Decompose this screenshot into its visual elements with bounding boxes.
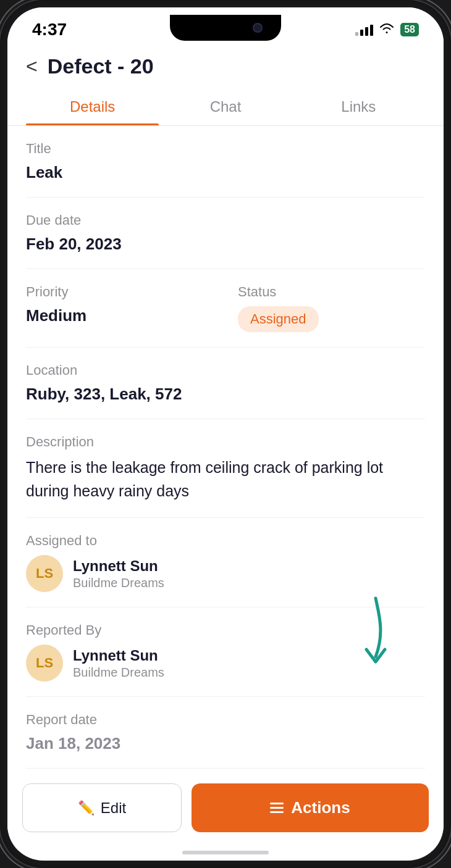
tab-chat[interactable]: Chat [159, 88, 292, 125]
assigned-to-name: Lynnett Sun [73, 557, 164, 575]
home-indicator [182, 851, 269, 854]
edit-button[interactable]: ✏️ Edit [22, 783, 182, 832]
assigned-to-avatar-row: LS Lynnett Sun Buildme Dreams [26, 555, 425, 592]
annotation-arrow [357, 595, 394, 669]
status-label: Status [238, 284, 425, 300]
priority-value: Medium [26, 306, 213, 325]
field-assigned-to: Assigned to LS Lynnett Sun Buildme Dream… [26, 518, 425, 607]
assigned-to-avatar: LS [26, 555, 63, 592]
edit-pencil-icon: ✏️ [78, 800, 95, 816]
assigned-to-label: Assigned to [26, 533, 425, 549]
due-date-label: Due date [26, 212, 425, 228]
title-label: Title [26, 141, 425, 157]
reported-by-name: Lynnett Sun [73, 647, 164, 664]
tab-details[interactable]: Details [26, 88, 159, 125]
actions-button[interactable]: Actions [192, 783, 429, 832]
field-due-date: Due date Feb 20, 2023 [26, 198, 425, 269]
notch [170, 15, 281, 41]
status-col: Status Assigned [238, 284, 425, 332]
edit-button-label: Edit [101, 799, 126, 817]
reported-by-company: Buildme Dreams [73, 666, 164, 680]
description-value: There is the leakage from ceiling crack … [26, 456, 425, 503]
reported-by-avatar: LS [26, 645, 63, 682]
report-date-value: Jan 18, 2023 [26, 734, 425, 753]
field-location: Location Ruby, 323, Leak, 572 [26, 348, 425, 419]
wifi-icon [379, 23, 394, 37]
field-title: Title Leak [26, 126, 425, 198]
description-label: Description [26, 434, 425, 450]
location-label: Location [26, 362, 425, 378]
header: < Defect - 20 [7, 44, 444, 88]
phone-shell: 4:37 58 [0, 0, 451, 868]
field-description: Description There is the leakage from ce… [26, 419, 425, 518]
title-value: Leak [26, 163, 425, 182]
page-title: Defect - 20 [48, 54, 154, 78]
battery-icon: 58 [400, 23, 419, 36]
priority-status-row: Priority Medium Status Assigned [26, 284, 425, 332]
phone-screen: 4:37 58 [7, 7, 444, 861]
field-report-date: Report date Jan 18, 2023 [26, 697, 425, 769]
priority-label: Priority [26, 284, 213, 300]
priority-col: Priority Medium [26, 284, 213, 332]
back-button[interactable]: < [26, 55, 38, 78]
tab-links[interactable]: Links [292, 88, 425, 125]
tabs: Details Chat Links [7, 88, 444, 126]
report-date-label: Report date [26, 712, 425, 728]
list-icon [270, 803, 284, 813]
camera-dot [253, 23, 263, 33]
status-icons: 58 [355, 23, 419, 37]
reported-by-info: Lynnett Sun Buildme Dreams [73, 647, 164, 680]
field-reported-by: Reported By LS Lynnett Sun Buildme Dream… [26, 607, 425, 697]
assigned-to-company: Buildme Dreams [73, 576, 164, 590]
signal-bars [355, 23, 373, 36]
bottom-action-bar: ✏️ Edit Actions [7, 774, 444, 851]
due-date-value: Feb 20, 2023 [26, 235, 425, 254]
status-badge: Assigned [238, 306, 319, 332]
assigned-to-info: Lynnett Sun Buildme Dreams [73, 557, 164, 590]
location-value: Ruby, 323, Leak, 572 [26, 385, 425, 404]
actions-button-label: Actions [291, 798, 350, 817]
status-time: 4:37 [32, 20, 67, 40]
field-priority-status: Priority Medium Status Assigned [26, 269, 425, 348]
content-area: Title Leak Due date Feb 20, 2023 Priorit… [7, 126, 444, 774]
